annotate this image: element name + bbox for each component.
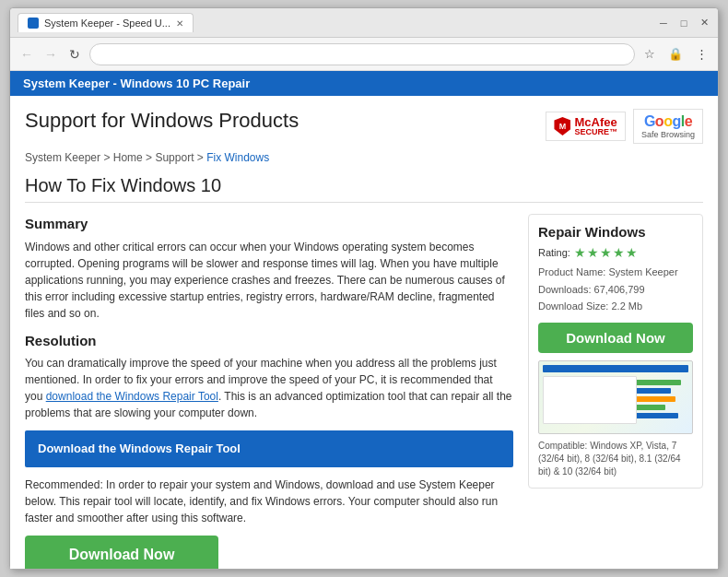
bookmark-icon[interactable]: ☆ (640, 45, 659, 64)
tab-close-btn[interactable]: ✕ (176, 18, 183, 29)
bar2 (633, 388, 671, 394)
badges: M McAfee SECURE™ Google (546, 109, 703, 144)
download-banner-label: Download the Windows Repair Tool (38, 442, 241, 455)
page-title: Support for Windows Products (25, 109, 299, 133)
title-bar: System Keeper - Speed U... ✕ ─ □ ✕ (10, 8, 718, 38)
summary-heading: Summary (25, 214, 513, 235)
tab-title: System Keeper - Speed U... (44, 18, 170, 29)
browser-window: System Keeper - Speed U... ✕ ─ □ ✕ ← → ↻… (9, 7, 719, 570)
site-bar-title: System Keeper - Windows 10 PC Repair (23, 77, 250, 90)
download-tool-link[interactable]: download the Windows Repair Tool (46, 390, 218, 403)
summary-text: Windows and other critical errors can oc… (25, 239, 513, 322)
download-now-main-button[interactable]: Download Now (25, 536, 218, 570)
header-row: Support for Windows Products M McAfee SE… (25, 109, 703, 144)
mcafee-label: SECURE™ (574, 128, 617, 136)
breadcrumb-support: Support (155, 151, 194, 164)
section-title: How To Fix Windows 10 (25, 175, 703, 203)
recommended-text: Recommended: In order to repair your sys… (25, 477, 513, 526)
sidebar-download-button[interactable]: Download Now (538, 323, 693, 353)
breadcrumb-fix-windows[interactable]: Fix Windows (206, 151, 269, 164)
breadcrumb: System Keeper > Home > Support > Fix Win… (25, 151, 703, 164)
google-logo: Google (644, 113, 692, 130)
breadcrumb-home: Home (113, 151, 143, 164)
back-btn[interactable]: ← (18, 45, 36, 64)
close-btn[interactable]: ✕ (698, 17, 710, 29)
rating-row: Rating: ★★★★★ (538, 245, 693, 260)
page-content: Support for Windows Products M McAfee SE… (10, 96, 718, 569)
google-safe-badge: Google Safe Browsing (633, 109, 703, 144)
window-controls: ─ □ ✕ (657, 17, 710, 29)
compat-text: Compatible: Windows XP, Vista, 7 (32/64 … (538, 440, 693, 478)
menu-icon[interactable]: ⋮ (692, 45, 710, 64)
sidebar-info: Product Name: System Keeper Downloads: 6… (538, 264, 693, 315)
sidebar-title: Repair Windows (538, 224, 693, 240)
safe-browsing-label: Safe Browsing (641, 130, 695, 139)
screenshot-preview (538, 360, 693, 434)
bar1 (633, 380, 681, 385)
product-name: Product Name: System Keeper (538, 264, 693, 281)
breadcrumb-system-keeper: System Keeper (25, 151, 100, 164)
sidebar-column: Repair Windows Rating: ★★★★★ Product Nam… (528, 214, 703, 569)
bar3 (633, 396, 675, 402)
nav-bar: ← → ↻ ☆ 🔒 ⋮ (10, 38, 718, 71)
resolution-heading: Resolution (25, 331, 513, 352)
main-column: Summary Windows and other critical error… (25, 214, 513, 569)
mcafee-badge: M McAfee SECURE™ (546, 112, 626, 141)
page-inner: Support for Windows Products M McAfee SE… (10, 96, 718, 569)
nav-icons: ☆ 🔒 ⋮ (640, 45, 710, 64)
minimize-btn[interactable]: ─ (657, 17, 670, 29)
site-bar: System Keeper - Windows 10 PC Repair (10, 71, 718, 96)
browser-tab[interactable]: System Keeper - Speed U... ✕ (18, 13, 194, 32)
downloads-count: Downloads: 67,406,799 (538, 281, 693, 299)
maximize-btn[interactable]: □ (677, 17, 690, 29)
bar5 (633, 413, 678, 418)
tab-favicon (28, 18, 39, 29)
download-banner[interactable]: Download the Windows Repair Tool (25, 430, 513, 467)
bar4 (633, 405, 665, 410)
shield-icon: 🔒 (666, 45, 685, 64)
address-bar[interactable] (89, 43, 635, 65)
download-size: Download Size: 2.2 Mb (538, 298, 693, 315)
refresh-btn[interactable]: ↻ (65, 45, 84, 64)
forward-btn[interactable]: → (41, 45, 60, 64)
rating-stars: ★★★★★ (574, 245, 639, 260)
sidebar-box: Repair Windows Rating: ★★★★★ Product Nam… (528, 214, 703, 489)
screenshot-bars (633, 378, 687, 420)
two-col-layout: Summary Windows and other critical error… (25, 214, 703, 569)
rating-label: Rating: (538, 247, 570, 258)
resolution-text: You can dramatically improve the speed o… (25, 355, 513, 421)
